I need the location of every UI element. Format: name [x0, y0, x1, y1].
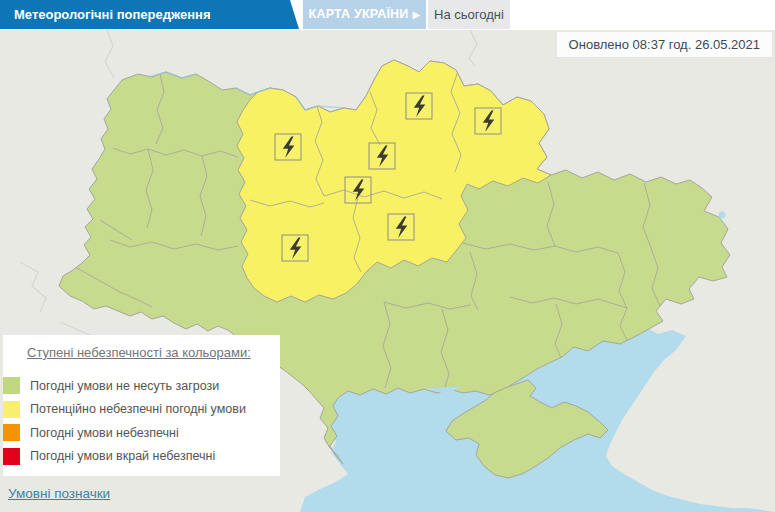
tab-for-today-label: На сьогодні — [434, 7, 504, 22]
legend-swatch-yellow — [3, 401, 20, 418]
legend-title: Ступені небезпечності за кольорами: — [27, 345, 251, 360]
map-key-link[interactable]: Умовні позначки — [8, 486, 110, 501]
thunderstorm-icon[interactable] — [275, 134, 301, 160]
tab-map-of-ukraine[interactable]: КАРТА УКРАЇНИ▶ — [303, 0, 426, 29]
tab-for-today[interactable]: На сьогодні — [428, 0, 510, 29]
thunderstorm-icon[interactable] — [406, 93, 432, 119]
legend-item-extremely-dangerous: Погодні умови вкрай небезпечні — [3, 445, 280, 469]
thunderstorm-icon[interactable] — [475, 108, 501, 134]
danger-levels-legend: Ступені небезпечності за кольорами: Пого… — [3, 335, 280, 476]
legend-item-label: Погодні умови не несуть загрози — [30, 379, 219, 393]
thunderstorm-icon[interactable] — [388, 214, 414, 240]
legend-items: Погодні умови не несуть загрози Потенцій… — [3, 374, 280, 468]
legend-item-safe: Погодні умови не несуть загрози — [3, 374, 280, 398]
chevron-right-icon: ▶ — [413, 9, 421, 20]
tab-meteorological-warnings[interactable]: Метеорологічні попередження — [0, 0, 299, 29]
legend-item-label: Погодні умови небезпечні — [30, 426, 179, 440]
legend-item-label: Потенційно небезпечні погодні умови — [30, 402, 246, 416]
thunderstorm-icon[interactable] — [345, 177, 371, 203]
tab-map-of-ukraine-label: КАРТА УКРАЇНИ — [309, 7, 409, 21]
legend-swatch-red — [3, 448, 20, 465]
legend-swatch-orange — [3, 424, 20, 441]
thunderstorm-icon[interactable] — [369, 143, 395, 169]
legend-item-potentially-dangerous: Потенційно небезпечні погодні умови — [3, 398, 280, 422]
legend-item-dangerous: Погодні умови небезпечні — [3, 421, 280, 445]
top-tab-bar: Метеорологічні попередження КАРТА УКРАЇН… — [0, 0, 775, 29]
tab-meteorological-warnings-label: Метеорологічні попередження — [14, 7, 211, 22]
legend-item-label: Погодні умови вкрай небезпечні — [30, 449, 215, 463]
updated-timestamp: Оновлено 08:37 год. 26.05.2021 — [556, 31, 773, 58]
legend-swatch-green — [3, 377, 20, 394]
thunderstorm-icon[interactable] — [282, 235, 308, 261]
weather-warnings-page: { "tabs": [ { "label": "Метеорологічні п… — [0, 0, 775, 512]
